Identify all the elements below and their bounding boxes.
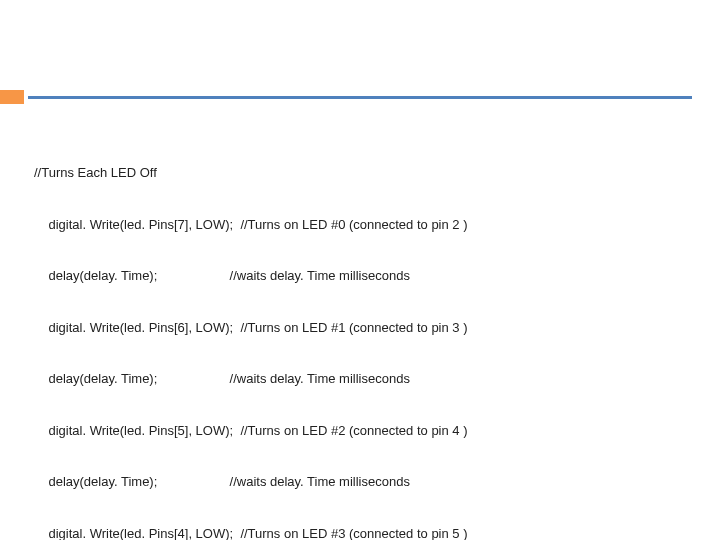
slide: //Turns Each LED Off digital. Write(led.…: [0, 0, 720, 540]
code-line: delay(delay. Time); //waits delay. Time …: [34, 473, 686, 490]
accent-square: [0, 90, 26, 104]
code-line: digital. Write(led. Pins[5], LOW); //Tur…: [34, 422, 686, 439]
code-line: delay(delay. Time); //waits delay. Time …: [34, 370, 686, 387]
code-block: //Turns Each LED Off digital. Write(led.…: [34, 130, 686, 540]
code-comment-header: //Turns Each LED Off: [34, 164, 686, 181]
code-line: delay(delay. Time); //waits delay. Time …: [34, 267, 686, 284]
header-rule: [28, 96, 692, 99]
code-line: digital. Write(led. Pins[6], LOW); //Tur…: [34, 319, 686, 336]
code-line: digital. Write(led. Pins[7], LOW); //Tur…: [34, 216, 686, 233]
code-line: digital. Write(led. Pins[4], LOW); //Tur…: [34, 525, 686, 540]
